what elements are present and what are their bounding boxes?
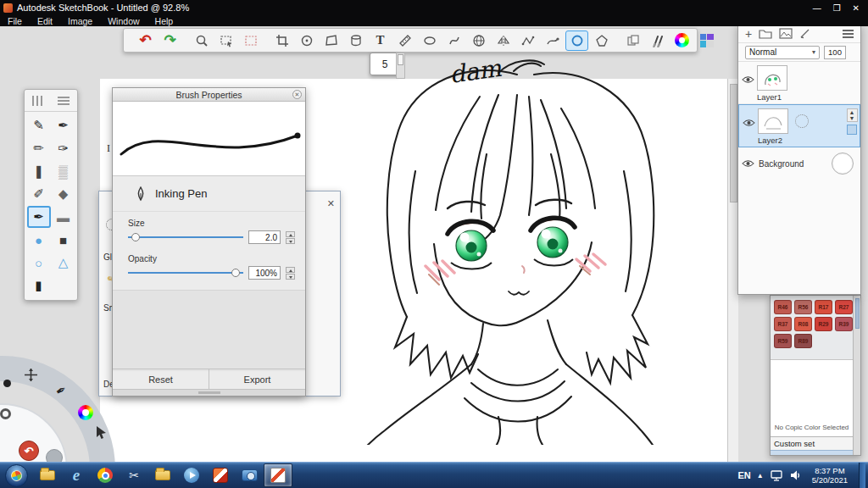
taskbar-paint-app[interactable] [206,463,235,487]
layer2-visibility-toggle[interactable] [743,108,758,145]
size-stepper[interactable] [286,231,295,244]
tray-expand-icon[interactable]: ▲ [757,472,764,480]
layer-brush-icon[interactable] [799,28,811,39]
background-visibility-toggle[interactable] [742,156,757,171]
copic-set-selector[interactable]: Custom set [771,436,853,450]
taskbar-explorer[interactable] [33,463,62,487]
layer-folder-icon[interactable] [759,28,772,39]
stepper-up-icon[interactable] [286,267,295,273]
popup-scrollbar[interactable] [396,53,405,79]
layer-opacity-field[interactable]: 100 [824,46,846,59]
menu-edit[interactable]: Edit [30,16,60,26]
maximize-button[interactable]: ❐ [833,3,841,13]
vertical-scroll-thumb[interactable] [730,84,737,202]
copic-swatch-r27[interactable]: R27 [835,300,853,314]
redo-button[interactable]: ↷ [159,30,181,51]
brush-library-button[interactable] [646,30,669,51]
taskbar-clock[interactable]: 8:37 PM 5/20/2021 [807,466,853,485]
rect-select-button[interactable] [214,30,237,51]
import-image-button[interactable] [621,30,644,51]
export-button[interactable]: Export [209,369,305,389]
lasso-select-button[interactable] [239,30,262,51]
copic-swatch-r17[interactable]: R17 [815,300,832,314]
copic-swatch-r46[interactable]: R46 [774,300,792,314]
tool-smudge[interactable]: ■ [52,229,75,251]
popup-scroll-thumb[interactable] [398,54,403,65]
zoom-tool-button[interactable] [190,30,213,51]
taskbar-snipping-tool[interactable]: ✂ [120,463,148,487]
layer-row-background[interactable]: Background [738,147,860,180]
tool-paintbrush[interactable]: ✐ [27,183,51,205]
size-slider[interactable] [128,232,243,242]
taskbar-media-player[interactable] [177,463,206,487]
lagoon-transform-puck[interactable] [24,368,38,385]
polygon-tool-button[interactable] [590,30,613,51]
lagoon-undo-button[interactable]: ↶ [19,441,39,461]
minimize-button[interactable]: — [813,3,821,13]
ruler-tool-button[interactable] [393,30,416,51]
brush-panel-titlebar[interactable]: Brush Properties ✕ [113,88,305,102]
menu-file[interactable]: File [0,16,30,26]
tool-brush-pen[interactable]: ✑ [52,137,75,159]
taskbar-chrome[interactable] [91,463,120,487]
opacity-value[interactable]: 100% [248,266,281,280]
menu-image[interactable]: Image [60,16,100,26]
volume-tray-icon[interactable] [789,469,801,481]
distort-tool-button[interactable] [320,30,342,51]
layer1-thumbnail[interactable] [757,65,787,91]
tool-chisel-marker[interactable]: ◆ [52,183,75,205]
copic-library-button[interactable] [695,30,718,51]
reset-button[interactable]: Reset [113,369,209,389]
ellipse-tool-button[interactable] [418,30,441,51]
dialog-close-button[interactable]: ✕ [327,198,335,209]
tool-airbrush[interactable]: ▒ [52,160,75,182]
opacity-slider[interactable] [128,268,243,278]
menu-window[interactable]: Window [100,16,147,26]
lagoon-cursor[interactable] [95,425,108,443]
stepper-up-icon[interactable] [286,231,295,237]
language-indicator[interactable]: EN [738,470,751,480]
lagoon-ring-icon[interactable] [0,408,11,419]
layer2-thumbnail[interactable] [758,108,788,134]
cylinder-tool-button[interactable] [344,30,367,51]
crop-tool-button[interactable] [270,30,293,51]
tool-pencil-soft[interactable]: ✏ [27,137,51,159]
color-wheel-button[interactable] [670,30,693,51]
layer-lock-icon[interactable] [847,125,857,135]
taskbar-camera-app[interactable] [235,463,264,487]
opacity-stepper[interactable] [286,267,295,280]
transform-tool-button[interactable] [295,30,318,51]
tool-inking-pen[interactable]: ✒ [27,206,51,228]
import-image-icon[interactable] [779,28,793,39]
stepper-down-icon[interactable] [286,274,295,280]
brush-panel-resize-grip[interactable] [113,389,305,396]
copic-swatch-r08[interactable]: R08 [794,317,812,331]
size-slider-knob[interactable] [131,233,140,241]
copic-swatch-r29[interactable]: R29 [815,317,832,331]
tool-highlighter[interactable]: △ [52,252,75,274]
palette-drag-handle[interactable] [25,90,77,112]
lagoon-dot-icon[interactable] [3,380,11,387]
undo-button[interactable]: ↶ [134,30,157,51]
network-tray-icon[interactable] [770,469,783,481]
taskbar-sketchbook-active[interactable] [264,463,292,487]
copic-swatch-r39[interactable]: R39 [835,317,853,331]
layer1-visibility-toggle[interactable] [742,65,757,102]
circle-guide-button[interactable] [565,30,588,51]
start-button[interactable] [5,464,28,487]
layer-row-layer1[interactable]: Layer1 [738,62,860,104]
taskbar-folder[interactable] [148,463,177,487]
menu-help[interactable]: Help [147,16,181,26]
size-value[interactable]: 2.0 [248,230,281,244]
layer-row-layer2[interactable]: Layer2 ▲▼ [738,104,860,147]
tool-marker[interactable]: ❚ [27,160,51,182]
add-layer-button[interactable]: + [745,28,752,40]
layer-reorder-icon[interactable]: ▲▼ [847,108,858,122]
lagoon-color-puck[interactable] [78,405,93,420]
tool-water-outline[interactable]: ○ [27,252,51,274]
copic-swatch-r59[interactable]: R59 [774,334,792,348]
text-tool-button[interactable]: T [369,30,392,51]
background-color-swatch[interactable] [832,152,854,175]
perspective-tool-button[interactable] [467,30,490,51]
tool-pencil[interactable]: ✎ [27,114,51,136]
